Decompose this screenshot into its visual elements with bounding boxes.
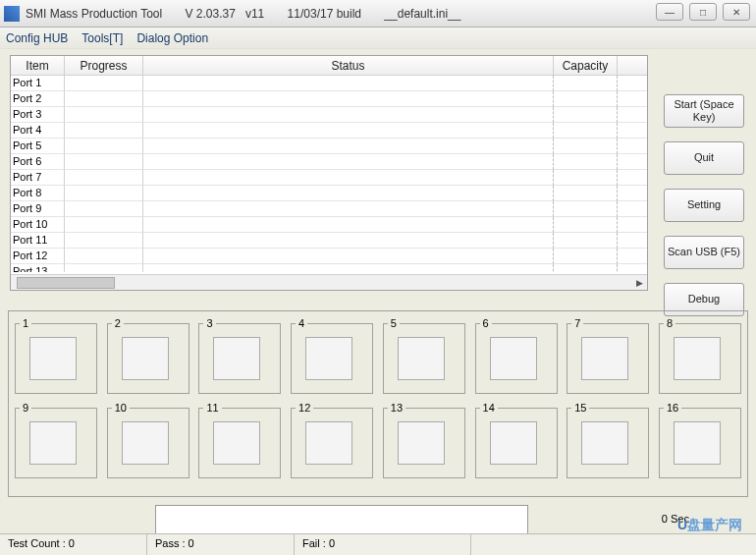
- col-status[interactable]: Status: [143, 56, 554, 75]
- slot-label: 14: [480, 402, 498, 414]
- cell-spacer: [618, 201, 647, 217]
- statusbar: Test Count : 0 Pass : 0 Fail : 0: [0, 533, 756, 555]
- table-row[interactable]: Port 7: [11, 170, 647, 186]
- cell-progress: [65, 123, 143, 139]
- table-row[interactable]: Port 5: [11, 139, 647, 154]
- quit-button[interactable]: Quit: [664, 141, 744, 175]
- table-row[interactable]: Port 10: [11, 217, 647, 233]
- cell-capacity: [554, 233, 618, 249]
- menu-config-hub[interactable]: Config HUB: [6, 31, 68, 45]
- port-slot-8[interactable]: 8: [659, 317, 741, 394]
- cell-item: Port 11: [11, 233, 65, 249]
- slot-box: [674, 337, 721, 380]
- close-button[interactable]: ✕: [723, 3, 750, 21]
- slot-label: 7: [571, 317, 583, 329]
- maximize-button[interactable]: □: [689, 3, 717, 21]
- cell-progress: [65, 107, 143, 123]
- cell-capacity: [554, 170, 618, 186]
- slot-box: [581, 421, 628, 465]
- cell-capacity: [554, 154, 618, 170]
- col-item[interactable]: Item: [11, 56, 65, 75]
- table-row[interactable]: Port 2: [11, 91, 647, 107]
- cell-progress: [65, 201, 143, 217]
- menu-tools[interactable]: Tools[T]: [81, 31, 123, 45]
- cell-capacity: [554, 91, 618, 107]
- slot-label: 13: [388, 402, 405, 414]
- port-slot-1[interactable]: 1: [15, 317, 97, 394]
- table-row[interactable]: Port 6: [11, 154, 647, 170]
- cell-capacity: [554, 217, 618, 233]
- app-icon: [4, 6, 20, 22]
- cell-spacer: [618, 123, 647, 139]
- slot-label: 4: [296, 317, 307, 329]
- table-row[interactable]: Port 1: [11, 76, 647, 91]
- cell-capacity: [554, 249, 618, 264]
- cell-status: [143, 123, 554, 139]
- port-slot-13[interactable]: 13: [383, 402, 465, 478]
- cell-item: Port 1: [11, 76, 65, 91]
- status-test-count: Test Count : 0: [0, 534, 147, 555]
- cell-capacity: [554, 107, 618, 123]
- cell-spacer: [618, 76, 647, 91]
- setting-button[interactable]: Setting: [664, 189, 744, 222]
- port-slot-7[interactable]: 7: [567, 317, 649, 394]
- port-slot-5[interactable]: 5: [383, 317, 465, 394]
- table-row[interactable]: Port 12: [11, 249, 647, 264]
- cell-progress: [65, 170, 143, 186]
- cell-item: Port 4: [11, 123, 65, 139]
- slot-label: 2: [112, 317, 124, 329]
- cell-status: [143, 91, 554, 107]
- menubar: Config HUB Tools[T] Dialog Option: [0, 28, 756, 49]
- table-row[interactable]: Port 13: [11, 264, 647, 272]
- port-slot-11[interactable]: 11: [198, 402, 281, 478]
- cell-status: [143, 217, 554, 233]
- cell-spacer: [618, 139, 647, 154]
- col-progress[interactable]: Progress: [65, 56, 143, 75]
- cell-progress: [65, 91, 143, 107]
- port-slot-4[interactable]: 4: [291, 317, 373, 394]
- minimize-button[interactable]: —: [656, 3, 683, 21]
- cell-spacer: [618, 264, 647, 272]
- port-slot-14[interactable]: 14: [475, 402, 558, 478]
- scan-usb-button[interactable]: Scan USB (F5): [664, 236, 744, 269]
- slot-box: [490, 337, 537, 380]
- slot-label: 3: [203, 317, 215, 329]
- slot-box: [398, 337, 445, 380]
- cell-capacity: [554, 186, 618, 201]
- slot-label: 11: [203, 402, 221, 414]
- slot-box: [490, 421, 537, 465]
- col-capacity[interactable]: Capacity: [554, 56, 618, 75]
- cell-item: Port 3: [11, 107, 65, 123]
- horizontal-scrollbar[interactable]: ▶: [11, 274, 647, 290]
- port-slot-16[interactable]: 16: [659, 402, 741, 478]
- port-slot-6[interactable]: 6: [475, 317, 558, 394]
- table-row[interactable]: Port 4: [11, 123, 647, 139]
- cell-status: [143, 233, 554, 249]
- cell-item: Port 13: [11, 264, 65, 272]
- table-row[interactable]: Port 9: [11, 201, 647, 217]
- table-row[interactable]: Port 8: [11, 186, 647, 201]
- port-slot-9[interactable]: 9: [15, 402, 97, 478]
- cell-item: Port 12: [11, 249, 65, 264]
- scroll-right-icon[interactable]: ▶: [636, 278, 643, 288]
- cell-status: [143, 139, 554, 154]
- scrollbar-thumb[interactable]: [17, 277, 115, 289]
- menu-dialog-option[interactable]: Dialog Option: [136, 31, 208, 45]
- port-slot-12[interactable]: 12: [291, 402, 373, 478]
- port-slot-10[interactable]: 10: [107, 402, 189, 478]
- start-button[interactable]: Start (Space Key): [664, 94, 744, 128]
- cell-progress: [65, 76, 143, 91]
- slot-label: 12: [296, 402, 313, 414]
- table-row[interactable]: Port 11: [11, 233, 647, 249]
- slot-box: [29, 337, 77, 380]
- cell-item: Port 6: [11, 154, 65, 170]
- port-slot-15[interactable]: 15: [567, 402, 649, 478]
- cell-capacity: [554, 264, 618, 272]
- port-slot-2[interactable]: 2: [107, 317, 189, 394]
- cell-status: [143, 107, 554, 123]
- port-slot-3[interactable]: 3: [198, 317, 281, 394]
- cell-item: Port 7: [11, 170, 65, 186]
- table-row[interactable]: Port 3: [11, 107, 647, 123]
- slot-box: [305, 337, 352, 380]
- cell-progress: [65, 186, 143, 201]
